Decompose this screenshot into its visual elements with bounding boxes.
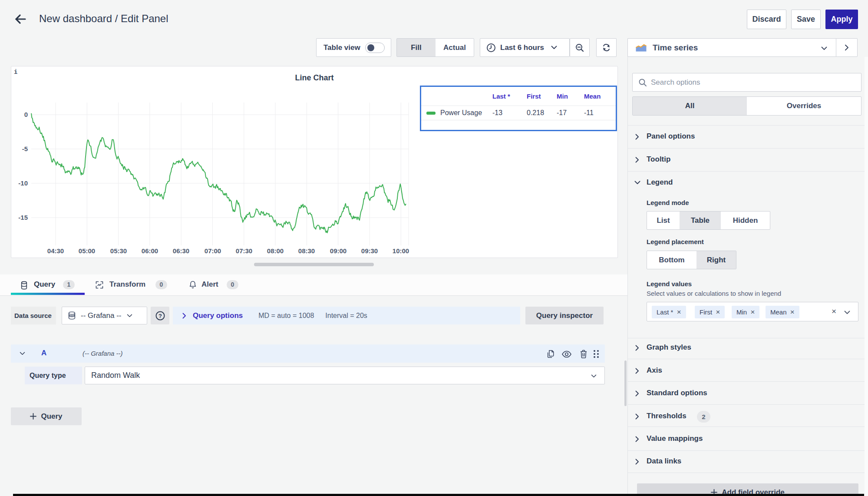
svg-text:?: ?: [158, 312, 162, 319]
